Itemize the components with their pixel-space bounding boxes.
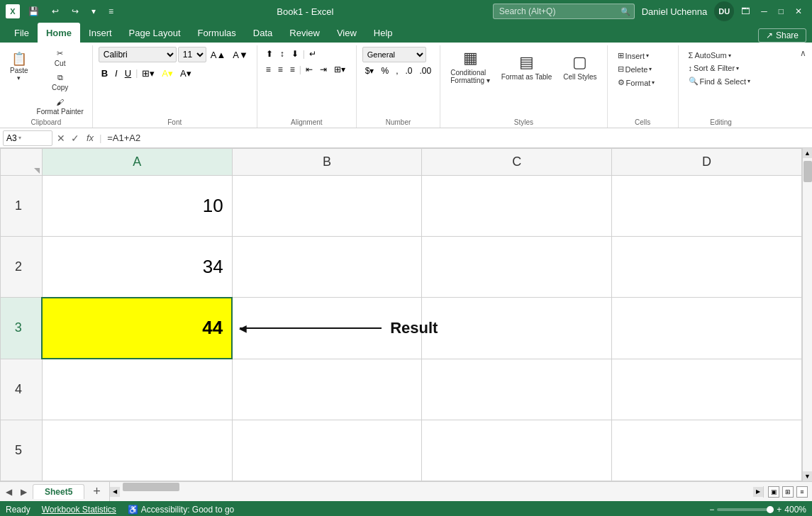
horiz-scroll-thumb[interactable] (123, 483, 179, 491)
scroll-down-btn[interactable]: ▼ (803, 471, 813, 481)
tab-review[interactable]: Review (281, 23, 328, 43)
collapse-ribbon-btn[interactable]: ∧ (794, 45, 812, 128)
format-painter-button[interactable]: 🖌 Format Painter (34, 95, 87, 118)
zoom-in-btn[interactable]: + (777, 505, 782, 515)
sort-filter-btn[interactable]: ↕ Sort & Filter ▾ (684, 62, 744, 74)
quick-save-btn[interactable]: 💾 (24, 5, 43, 18)
number-format-select[interactable]: General (362, 47, 426, 62)
merge-center-btn[interactable]: ⊞▾ (331, 62, 348, 77)
delete-cells-btn[interactable]: ⊟ Delete ▾ (613, 63, 657, 75)
tab-page-layout[interactable]: Page Layout (121, 23, 189, 43)
cell-C4[interactable] (422, 359, 612, 420)
tab-data[interactable]: Data (245, 23, 281, 43)
paste-button[interactable]: 📋 Paste ▾ (6, 47, 33, 86)
indent-increase-btn[interactable]: ⇥ (317, 62, 330, 77)
cell-C2[interactable] (422, 237, 612, 298)
align-top-btn[interactable]: ⬆ (263, 47, 276, 61)
decrease-decimal-btn[interactable]: .00 (417, 64, 435, 78)
fill-color-btn[interactable]: A▾ (159, 65, 176, 81)
cell-A5[interactable] (42, 420, 232, 481)
horizontal-scrollbar[interactable]: ◀ ▶ (109, 482, 763, 501)
cell-reference-box[interactable]: A3 ▾ (3, 130, 52, 146)
font-family-select[interactable]: Calibri (99, 47, 177, 62)
copy-button[interactable]: ⧉ Copy (34, 71, 87, 94)
cell-A2[interactable]: 34 (42, 237, 232, 298)
scroll-right-btn[interactable]: ▶ (753, 487, 763, 497)
decrease-font-btn[interactable]: A▼ (230, 47, 251, 62)
autosum-btn[interactable]: Σ AutoSum ▾ (684, 50, 735, 61)
tab-formulas[interactable]: Formulas (189, 23, 245, 43)
cell-B5[interactable] (232, 420, 422, 481)
zoom-out-btn[interactable]: − (709, 505, 714, 515)
cell-B2[interactable] (232, 237, 422, 298)
find-select-btn[interactable]: 🔍 Find & Select ▾ (684, 75, 755, 87)
cell-A4[interactable] (42, 359, 232, 420)
insert-cells-btn[interactable]: ⊞ Insert ▾ (613, 50, 654, 62)
tab-home[interactable]: Home (38, 23, 80, 43)
borders-btn[interactable]: ⊞▾ (139, 65, 157, 81)
scroll-thumb[interactable] (803, 161, 812, 182)
col-header-C[interactable]: C (422, 149, 612, 176)
cell-B3[interactable]: ◀ Result (232, 298, 422, 359)
indent-decrease-btn[interactable]: ⇤ (303, 62, 316, 77)
font-size-select[interactable]: 11 (178, 47, 206, 62)
sheet-nav-left[interactable]: ◀ (3, 486, 15, 498)
italic-btn[interactable]: I (112, 65, 121, 81)
scroll-up-btn[interactable]: ▲ (803, 148, 813, 158)
underline-btn[interactable]: U (122, 65, 134, 81)
cancel-formula-icon[interactable]: ✕ (55, 133, 67, 144)
zoom-slider[interactable] (717, 508, 774, 511)
cell-D1[interactable] (612, 176, 802, 237)
close-btn[interactable]: ✕ (791, 5, 806, 18)
increase-font-btn[interactable]: A▲ (208, 47, 229, 62)
normal-view-btn[interactable]: ▣ (768, 486, 779, 498)
formula-input[interactable] (104, 133, 809, 143)
cell-styles-btn[interactable]: ▢ Cell Styles (559, 47, 601, 86)
workbook-stats[interactable]: Workbook Statistics (42, 505, 116, 515)
col-header-A[interactable]: A (42, 149, 232, 176)
cell-B1[interactable] (232, 176, 422, 237)
page-layout-view-btn[interactable]: ⊞ (782, 486, 794, 498)
percent-btn[interactable]: % (379, 64, 392, 78)
cut-button[interactable]: ✂ Cut (34, 47, 87, 69)
col-header-B[interactable]: B (232, 149, 422, 176)
undo-btn[interactable]: ↩ (48, 5, 63, 18)
currency-btn[interactable]: $▾ (362, 64, 377, 78)
align-bottom-btn[interactable]: ⬇ (289, 47, 301, 61)
align-right-btn[interactable]: ≡ (287, 62, 298, 77)
vertical-scrollbar[interactable]: ▲ ▼ (802, 148, 812, 481)
cell-C5[interactable] (422, 420, 612, 481)
col-header-D[interactable]: D (612, 149, 802, 176)
add-sheet-btn[interactable]: + (87, 483, 106, 500)
cell-C1[interactable] (422, 176, 612, 237)
zoom-slider-thumb[interactable] (767, 506, 774, 513)
conditional-formatting-btn[interactable]: ▦ ConditionalFormatting ▾ (446, 47, 494, 86)
confirm-formula-icon[interactable]: ✓ (69, 133, 81, 144)
format-cells-btn[interactable]: ⚙ Format ▾ (613, 77, 660, 89)
font-color-btn[interactable]: A▾ (177, 65, 194, 81)
page-break-view-btn[interactable]: ≡ (796, 486, 808, 498)
tab-insert[interactable]: Insert (80, 23, 121, 43)
restore-btn[interactable]: □ (774, 5, 788, 18)
align-middle-btn[interactable]: ↕ (277, 47, 287, 61)
scroll-left-btn[interactable]: ◀ (110, 487, 120, 497)
customize-btn[interactable]: ≡ (104, 5, 118, 18)
ribbon-display-btn[interactable]: 🗔 (737, 5, 754, 18)
quick-access-more[interactable]: ▾ (87, 5, 100, 18)
tab-help[interactable]: Help (365, 23, 401, 43)
share-button[interactable]: ↗ Share (758, 28, 806, 43)
sheet-tab-active[interactable]: Sheet5 (33, 484, 84, 499)
redo-btn[interactable]: ↪ (67, 5, 83, 18)
tab-view[interactable]: View (328, 23, 365, 43)
sheet-nav-right[interactable]: ▶ (18, 486, 30, 498)
cell-D3[interactable] (612, 298, 802, 359)
minimize-btn[interactable]: ─ (757, 5, 772, 18)
cell-D4[interactable] (612, 359, 802, 420)
comma-btn[interactable]: , (393, 64, 401, 78)
cell-B4[interactable] (232, 359, 422, 420)
cell-A1[interactable]: 10 (42, 176, 232, 237)
format-as-table-btn[interactable]: ▤ Format as Table (497, 47, 557, 86)
align-left-btn[interactable]: ≡ (263, 62, 274, 77)
cell-D5[interactable] (612, 420, 802, 481)
tab-file[interactable]: File (6, 23, 38, 43)
